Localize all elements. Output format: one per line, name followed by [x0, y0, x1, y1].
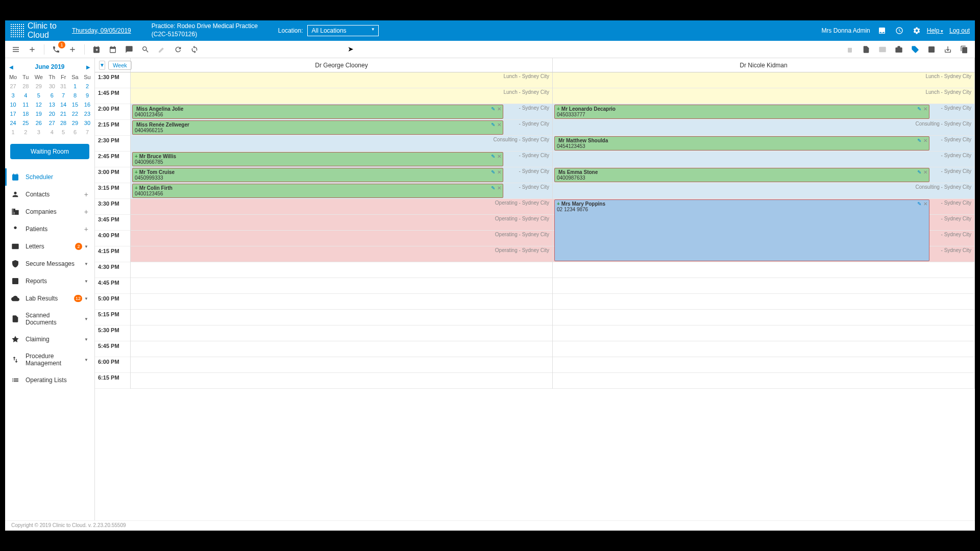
- logout-link[interactable]: Log out: [949, 27, 970, 34]
- cal-day[interactable]: 13: [46, 100, 58, 109]
- calendar-slot[interactable]: [553, 341, 974, 357]
- close-icon[interactable]: ✕: [923, 201, 927, 207]
- nav-procedure-management[interactable]: Procedure Management▼: [5, 348, 94, 371]
- close-icon[interactable]: ✕: [497, 169, 501, 175]
- close-icon[interactable]: ✕: [497, 154, 501, 159]
- appointment-event[interactable]: Mr Matthew Shoulda0454123453✎✕: [554, 136, 929, 151]
- doctor-column-1[interactable]: Dr George Clooney: [131, 58, 553, 72]
- calendar-slot[interactable]: Operating - Sydney City: [131, 199, 552, 215]
- cal-day[interactable]: 3: [6, 91, 20, 100]
- cal-day[interactable]: 26: [31, 118, 46, 128]
- cal-day[interactable]: 4: [46, 128, 58, 137]
- calendar-slot[interactable]: Lunch - Sydney City: [553, 72, 974, 88]
- report-icon[interactable]: [925, 43, 938, 56]
- plus-icon[interactable]: +: [84, 190, 88, 198]
- cal-day[interactable]: 27: [6, 82, 20, 91]
- copy-icon[interactable]: [958, 43, 971, 56]
- calendar-slot[interactable]: [131, 325, 552, 341]
- edit-icon[interactable]: ✎: [917, 138, 921, 143]
- expand-icon[interactable]: +: [557, 106, 560, 112]
- nav-claiming[interactable]: Claiming▼: [5, 331, 94, 348]
- calendar-slot[interactable]: Lunch - Sydney City: [131, 88, 552, 104]
- calendar-slot[interactable]: [131, 357, 552, 373]
- cal-day[interactable]: 25: [20, 118, 31, 128]
- cal-day[interactable]: 28: [58, 118, 69, 128]
- help-link[interactable]: Help: [927, 27, 943, 34]
- cal-day[interactable]: 11: [20, 100, 31, 109]
- calendar-slot[interactable]: Consulting - Sydney City: [553, 120, 974, 136]
- list-view-button[interactable]: [9, 43, 22, 56]
- expand-icon[interactable]: +: [135, 154, 138, 159]
- today-button[interactable]: [106, 43, 119, 56]
- cal-day[interactable]: 2: [20, 128, 31, 137]
- clock-icon[interactable]: [895, 27, 903, 35]
- cal-day[interactable]: 9: [81, 91, 93, 100]
- cal-day[interactable]: 21: [58, 109, 69, 118]
- cal-day[interactable]: 27: [46, 118, 58, 128]
- cal-day[interactable]: 16: [81, 100, 93, 109]
- cal-day[interactable]: 10: [6, 100, 20, 109]
- add-button[interactable]: [26, 43, 39, 56]
- header-date[interactable]: Thursday, 09/05/2019: [72, 27, 131, 34]
- edit-icon[interactable]: ✎: [491, 122, 495, 128]
- calendar-slot[interactable]: [553, 294, 974, 310]
- close-icon[interactable]: ✕: [497, 106, 501, 112]
- calendar-slot[interactable]: [553, 262, 974, 278]
- cal-day[interactable]: 28: [20, 82, 31, 91]
- cal-day[interactable]: 7: [81, 128, 93, 137]
- search-patient-button[interactable]: [139, 43, 152, 56]
- close-icon[interactable]: ✕: [923, 106, 927, 112]
- calendar-slot[interactable]: Consulting - Sydney City: [553, 183, 974, 199]
- calendar-slot[interactable]: [131, 278, 552, 294]
- add-call-button[interactable]: [66, 43, 79, 56]
- cal-day[interactable]: 20: [46, 109, 58, 118]
- calendar-slot[interactable]: Operating - Sydney City: [131, 246, 552, 262]
- nav-scheduler[interactable]: Scheduler: [5, 168, 94, 186]
- plus-icon[interactable]: +: [84, 208, 88, 216]
- calendar-slot[interactable]: [553, 310, 974, 325]
- brand-logo[interactable]: Clinic to Cloud: [10, 21, 57, 40]
- plus-icon[interactable]: +: [84, 225, 88, 233]
- cal-day[interactable]: 30: [46, 82, 58, 91]
- doctor-column-2[interactable]: Dr Nicole Kidman: [553, 58, 975, 72]
- filter-button[interactable]: ▼: [99, 61, 105, 70]
- appointment-event[interactable]: Ms Emma Stone0400987633✎✕: [554, 168, 929, 182]
- edit-icon[interactable]: ✎: [491, 169, 495, 175]
- cal-day[interactable]: 15: [69, 100, 81, 109]
- calendar-slot[interactable]: [553, 278, 974, 294]
- cal-day[interactable]: 29: [69, 118, 81, 128]
- cal-day[interactable]: 14: [58, 100, 69, 109]
- cal-prev-button[interactable]: ◀: [9, 64, 13, 70]
- nav-operating-lists[interactable]: Operating Lists: [5, 371, 94, 389]
- appointment-event[interactable]: Miss Renée Zellweger0404966215✎✕: [132, 120, 503, 135]
- document-icon[interactable]: [860, 43, 873, 56]
- cal-day[interactable]: 22: [69, 109, 81, 118]
- cal-day[interactable]: 5: [31, 91, 46, 100]
- cal-day[interactable]: 31: [58, 82, 69, 91]
- nav-reports[interactable]: Reports▼: [5, 272, 94, 290]
- nav-lab-results[interactable]: Lab Results12▼: [5, 290, 94, 307]
- week-view-button[interactable]: Week: [108, 61, 132, 70]
- appointment-event[interactable]: +Mrs Mary Poppins02 1234 9876✎✕: [554, 199, 929, 261]
- close-icon[interactable]: ✕: [497, 185, 501, 191]
- cal-next-button[interactable]: ▶: [86, 64, 90, 70]
- cal-day[interactable]: 5: [58, 128, 69, 137]
- close-icon[interactable]: ✕: [497, 122, 501, 128]
- appointment-event[interactable]: +Mr Leonardo Decaprio0450333777✎✕: [554, 105, 929, 119]
- briefcase-icon[interactable]: [892, 43, 905, 56]
- expand-icon[interactable]: +: [557, 201, 560, 207]
- nav-letters[interactable]: Letters2▼: [5, 238, 94, 255]
- calendar-slot[interactable]: [553, 357, 974, 373]
- close-icon[interactable]: ✕: [923, 169, 927, 175]
- cal-day[interactable]: 18: [20, 109, 31, 118]
- edit-icon[interactable]: ✎: [917, 106, 921, 112]
- appointment-event[interactable]: +Mr Colin Firth0400123456✎✕: [132, 184, 503, 198]
- calendar-slot[interactable]: [131, 373, 552, 389]
- cal-day[interactable]: 24: [6, 118, 20, 128]
- cal-day[interactable]: 1: [69, 82, 81, 91]
- nav-patients[interactable]: Patients+: [5, 220, 94, 238]
- cal-day[interactable]: 12: [31, 100, 46, 109]
- cal-day[interactable]: 3: [31, 128, 46, 137]
- calendar-slot[interactable]: [131, 341, 552, 357]
- appointment-event[interactable]: Miss Angelina Jolie0400123456✎✕: [132, 105, 503, 119]
